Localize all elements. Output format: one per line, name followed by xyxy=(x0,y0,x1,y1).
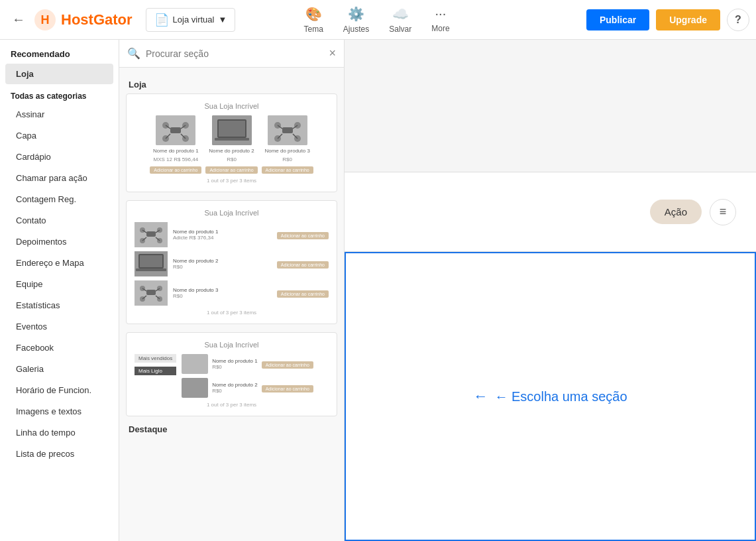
svg-rect-38 xyxy=(140,255,162,267)
upgrade-button[interactable]: Upgrade xyxy=(656,9,720,30)
ajustes-icon: ⚙️ xyxy=(348,6,364,22)
salvar-icon: ☁️ xyxy=(392,6,409,22)
store-virtual-button[interactable]: 📄 Loja virtual ▼ xyxy=(146,8,236,32)
product-3-image xyxy=(268,115,307,145)
product-2-button[interactable]: Adicionar ao carrinho xyxy=(205,166,257,174)
sidebar-item-eventos[interactable]: Eventos xyxy=(5,316,113,337)
sidebar-item-lista[interactable]: Lista de precos xyxy=(5,444,113,464)
canvas-menu-button[interactable]: ≡ xyxy=(710,199,736,225)
svg-rect-31 xyxy=(146,231,156,237)
panel-destaque-label: Destaque xyxy=(129,424,335,434)
more-icon: ··· xyxy=(435,6,447,21)
template-2-add-btn-1[interactable]: Adicionar ao carrinho xyxy=(277,232,329,239)
sidebar-item-galeria[interactable]: Galeria xyxy=(5,359,113,379)
nav-more[interactable]: ··· More xyxy=(431,6,449,33)
svg-text:H: H xyxy=(41,13,50,27)
nav-ajustes[interactable]: ⚙️ Ajustes xyxy=(343,6,369,34)
template-3-product-1-price: R$0 xyxy=(212,364,258,370)
sidebar-item-assinar[interactable]: Assinar xyxy=(5,104,113,125)
sidebar-item-endereco[interactable]: Endereço e Mapa xyxy=(5,253,113,273)
sidebar-item-loja[interactable]: Loja xyxy=(5,64,113,84)
svg-rect-7 xyxy=(170,127,181,133)
template-2-product-1-info: Nome do produto 1 Adicte R$ 376,34 xyxy=(173,229,272,241)
template-3-products: Nome do produto 1 R$0 Adicionar ao carri… xyxy=(182,354,329,398)
search-icon: 🔍 xyxy=(127,47,140,60)
nav-center-actions: 🎨 Tema ⚙️ Ajustes ☁️ Salvar ··· More xyxy=(304,6,450,34)
template-2-product-1-img xyxy=(135,222,168,247)
sidebar-item-depoimentos[interactable]: Depoimentos xyxy=(5,231,113,252)
product-2-image xyxy=(212,115,252,145)
template-3-product-1-img xyxy=(182,354,208,374)
template-3-product-1-info: Nome do produto 1 R$0 xyxy=(212,358,258,370)
sidebar-item-horario[interactable]: Horário de Funcion. xyxy=(5,380,113,400)
section-panel: 🔍 × Loja Sua Loja Incrível xyxy=(119,40,345,541)
sidebar-item-linha[interactable]: Linha do tempo xyxy=(5,422,113,443)
sidebar-item-cardapio[interactable]: Cardápio xyxy=(5,147,113,167)
template-card-2-inner: Sua Loja Incrível xyxy=(127,201,337,324)
template-3-product-2-price: R$0 xyxy=(212,388,258,394)
panel-close-button[interactable]: × xyxy=(329,46,336,60)
svg-rect-21 xyxy=(282,127,293,133)
template-2-product-3-price: R$0 xyxy=(173,293,272,299)
template-2-add-btn-2[interactable]: Adicionar ao carrinho xyxy=(277,261,329,269)
canvas-area: Ação ≡ ← ← Escolha uma seção xyxy=(345,40,756,541)
template-card-1[interactable]: Sua Loja Incrível xyxy=(126,93,337,192)
template-2-pagination: 1 out of 3 per 3 items xyxy=(135,310,329,316)
ajustes-label: Ajustes xyxy=(343,25,369,34)
template-product-2: Nome do produto 2 R$0 Adicionar ao carri… xyxy=(205,115,257,174)
canvas-choose-section[interactable]: ← ← Escolha uma seção xyxy=(345,252,756,541)
template-2-product-1-name: Nome do produto 1 xyxy=(173,229,272,235)
main-layout: Recomendado Loja Todas as categorias Ass… xyxy=(0,40,756,541)
nav-tema[interactable]: 🎨 Tema xyxy=(304,6,323,34)
template-3-product-2-img xyxy=(182,378,208,398)
sidebar-item-chamar[interactable]: Chamar para ação xyxy=(5,168,113,188)
template-3-pagination: 1 out of 3 per 3 items xyxy=(135,402,329,408)
template-2-product-3-info: Nome do produto 3 R$0 xyxy=(173,287,272,299)
template-3-add-btn-1[interactable]: Adicionar ao carrinho xyxy=(262,361,313,369)
template-2-add-btn-3[interactable]: Adicionar ao carrinho xyxy=(277,290,329,298)
choose-section-text: ← Escolha uma seção xyxy=(494,389,627,404)
svg-rect-15 xyxy=(215,138,249,141)
nav-salvar[interactable]: ☁️ Salvar xyxy=(389,6,411,34)
template-1-products: Nome do produto 1 MXS 12 R$ 596,44 Adici… xyxy=(135,115,329,174)
template-2-product-3-img xyxy=(135,280,168,306)
sidebar-item-contagem[interactable]: Contagem Reg. xyxy=(5,189,113,210)
sidebar-item-capa[interactable]: Capa xyxy=(5,125,113,146)
template-2-title: Sua Loja Incrível xyxy=(135,209,329,217)
store-icon: 📄 xyxy=(154,13,169,27)
search-input[interactable] xyxy=(146,48,323,59)
sidebar-item-imagens[interactable]: Imagens e textos xyxy=(5,401,113,422)
tema-label: Tema xyxy=(304,25,323,34)
template-card-3[interactable]: Sua Loja Incrível Mais vendidos Mais Lig… xyxy=(126,332,337,416)
nav-right-actions: Publicar Upgrade ? xyxy=(586,9,749,31)
template-1-title: Sua Loja Incrível xyxy=(135,102,329,110)
product-1-image xyxy=(156,115,195,145)
template-2-product-3: Nome do produto 3 R$0 Adicionar ao carri… xyxy=(135,280,329,306)
product-3-button[interactable]: Adicionar ao carrinho xyxy=(262,166,313,174)
template-2-product-1-price: Adicte R$ 376,34 xyxy=(173,235,272,241)
template-2-product-3-name: Nome do produto 3 xyxy=(173,287,272,293)
choose-section-label: ← ← Escolha uma seção xyxy=(473,388,627,405)
canvas-top-section xyxy=(345,40,756,172)
sidebar-item-equipe[interactable]: Equipe xyxy=(5,274,113,294)
laptop-svg-1 xyxy=(212,115,252,145)
template-3-product-1: Nome do produto 1 R$0 Adicionar ao carri… xyxy=(182,354,329,374)
template-3-layout: Mais vendidos Mais Liglo Nome do produto… xyxy=(135,354,329,398)
publicar-button[interactable]: Publicar xyxy=(586,9,649,30)
back-button[interactable]: ← xyxy=(7,8,30,32)
left-sidebar: Recomendado Loja Todas as categorias Ass… xyxy=(0,40,119,541)
canvas-middle-section: Ação ≡ xyxy=(345,172,756,252)
tema-icon: 🎨 xyxy=(305,6,322,22)
canvas-action-button[interactable]: Ação xyxy=(650,200,702,224)
sidebar-item-contato[interactable]: Contato xyxy=(5,210,113,231)
template-card-2[interactable]: Sua Loja Incrível xyxy=(126,200,337,324)
product-1-button[interactable]: Adicionar ao carrinho xyxy=(150,166,201,174)
template-2-product-2-info: Nome do produto 2 R$0 xyxy=(173,258,272,270)
sidebar-item-estatisticas[interactable]: Estatísticas xyxy=(5,295,113,316)
sidebar-item-facebook[interactable]: Facebook xyxy=(5,337,113,358)
svg-rect-39 xyxy=(136,269,166,271)
template-3-add-btn-2[interactable]: Adicionar ao carrinho xyxy=(262,385,313,392)
svg-rect-45 xyxy=(146,290,156,295)
drone-svg-4 xyxy=(135,280,168,306)
help-button[interactable]: ? xyxy=(727,9,749,31)
